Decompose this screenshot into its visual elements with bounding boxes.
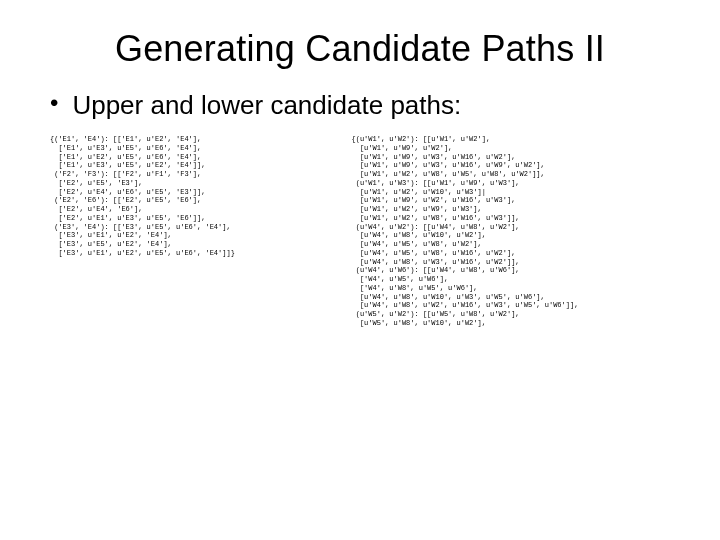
- slide: Generating Candidate Paths II • Upper an…: [0, 0, 720, 540]
- slide-title: Generating Candidate Paths II: [40, 28, 680, 70]
- bullet-item: • Upper and lower candidate paths:: [50, 90, 680, 121]
- bullet-text: Upper and lower candidate paths:: [72, 90, 461, 121]
- code-block-right: {(u'W1', u'W2'): [[u'W1', u'W2'], [u'W1'…: [352, 135, 699, 328]
- code-block-left: {('E1', 'E4'): [['E1', u'E2', 'E4'], ['E…: [50, 135, 334, 328]
- code-columns: {('E1', 'E4'): [['E1', u'E2', 'E4'], ['E…: [50, 135, 680, 328]
- bullet-dot-icon: •: [50, 90, 58, 116]
